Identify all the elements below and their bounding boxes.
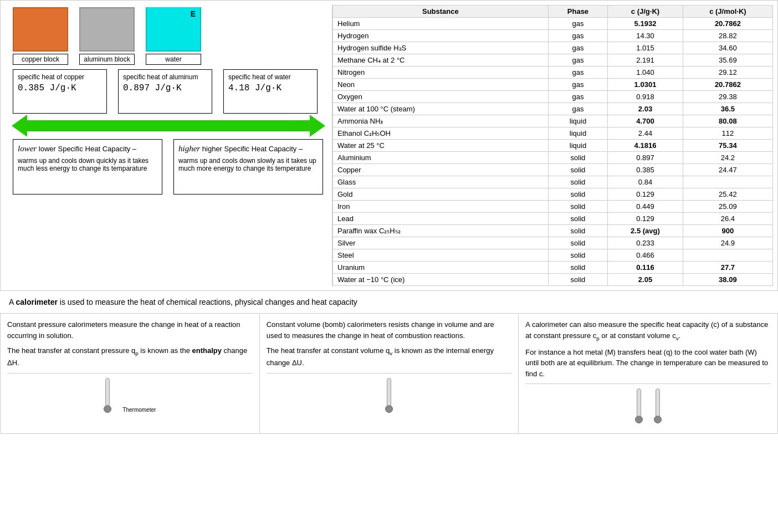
table-cell: 25.09 [683,201,772,213]
copper-block-visual [13,7,68,52]
table-cell: gas [548,79,608,91]
therm-bulb-4 [654,416,662,423]
blocks-row: copper block aluminum block water [7,7,330,65]
table-cell: 38.09 [683,274,772,286]
table-cell: gas [548,18,608,30]
cal-col3-p2: For instance a hot metal (M) transfers h… [525,347,771,380]
table-cell: 29.12 [683,66,772,79]
calorimeter-bold: calorimeter [16,298,57,306]
table-cell: solid [548,249,608,262]
table-cell: 4.1816 [608,140,683,152]
table-cell: Paraffin wax C₂₅H₅₂ [333,225,549,237]
table-cell: gas [548,66,608,79]
table-cell: 0.129 [608,188,683,201]
table-row: Nitrogengas1.04029.12 [333,66,773,79]
col-c-jmolk: c (J/mol·K) [683,6,772,18]
table-cell: 20.7862 [683,79,772,91]
table-row: Leadsolid0.12926.4 [333,213,773,225]
table-cell: Nitrogen [333,66,549,79]
table-row: Silversolid0.23324.9 [333,237,773,249]
table-cell: 28.82 [683,30,772,42]
therm-tube-3 [637,388,641,416]
aluminum-block-item: aluminum block [79,7,135,65]
water-label: water [146,54,201,65]
table-row: Aluminiumsolid0.89724.2 [333,152,773,164]
table-cell: 24.2 [683,152,772,164]
table-cell: liquid [548,115,608,127]
therm-tube-4 [656,388,660,416]
lower-italic: lower [18,144,37,153]
table-row: Water at 25 °Cliquid4.181675.34 [333,140,773,152]
table-row: Ironsolid0.44925.09 [333,201,773,213]
higher-capacity-box: higher higher Specific Heat Capacity – w… [173,139,323,195]
table-cell: Aluminium [333,152,549,164]
cal-col1-p1: Constant pressure calorimeters measure t… [7,319,253,341]
table-cell: Silver [333,237,549,249]
table-cell: 5.1932 [608,18,683,30]
table-row: Ethanol C₂H₅OHliquid2.44112 [333,127,773,140]
table-row: Goldsolid0.12925.42 [333,188,773,201]
table-cell: 0.918 [608,91,683,103]
table-cell [683,249,772,262]
table-cell: Water at 100 °C (steam) [333,103,549,115]
aluminum-block-visual [79,7,135,52]
arrow-row [7,118,330,134]
table-cell: Ethanol C₂H₅OH [333,127,549,140]
table-row: Glasssolid0.84 [333,176,773,188]
top-section: copper block aluminum block water specif… [0,0,778,291]
table-cell: gas [548,103,608,115]
table-header-row: Substance Phase c (J/g·K) c (J/mol·K) [333,6,773,18]
table-cell: 35.69 [683,54,772,66]
table-cell: 4.700 [608,115,683,127]
table-cell: solid [548,274,608,286]
table-cell: 1.040 [608,66,683,79]
table-cell: solid [548,237,608,249]
green-arrow [13,118,324,134]
table-cell: Hydrogen sulfide H₂S [333,42,549,54]
aluminum-block-label: aluminum block [79,54,135,65]
water-sh-title: specific heat of water [228,73,313,81]
higher-cap-text: higher Specific Heat Capacity – [202,145,303,153]
copper-sh-title: specific heat of copper [18,73,102,81]
table-cell: 14.30 [608,30,683,42]
table-row: Ammonia NH₃liquid4.70080.08 [333,115,773,127]
calorimeter-intro: A calorimeter is used to measure the hea… [0,291,778,314]
table-cell: 27.7 [683,262,772,274]
table-cell: Water at 25 °C [333,140,549,152]
table-cell: liquid [548,140,608,152]
table-cell: Helium [333,18,549,30]
table-cell: solid [548,176,608,188]
table-cell: 112 [683,127,772,140]
table-cell: Water at −10 °C (ice) [333,274,549,286]
table-cell: 0.466 [608,249,683,262]
table-cell: 1.0301 [608,79,683,91]
cal-col-1: Constant pressure calorimeters measure t… [1,314,260,433]
col-substance: Substance [333,6,549,18]
table-cell: solid [548,164,608,176]
table-cell: gas [548,91,608,103]
higher-cap-title: higher higher Specific Heat Capacity – [178,144,318,154]
lower-cap-body: warms up and cools down quickly as it ta… [18,157,157,172]
aluminum-sh-title: specific heat of aluminum [123,73,207,81]
thermometer-row-2 [267,373,512,417]
left-panel: copper block aluminum block water specif… [5,5,332,286]
thermometer-row-3 [525,383,771,428]
table-cell: Hydrogen [333,30,549,42]
table-cell: 0.449 [608,201,683,213]
table-row: Coppersolid0.38524.47 [333,164,773,176]
therm-label-1: Thermometer [122,407,156,413]
table-cell: 0.84 [608,176,683,188]
bottom-section: Constant pressure calorimeters measure t… [0,314,778,434]
table-row: Steelsolid0.466 [333,249,773,262]
table-row: Oxygengas0.91829.38 [333,91,773,103]
lower-cap-text: lower Specific Heat Capacity – [39,145,136,153]
table-cell: 80.08 [683,115,772,127]
table-row: Neongas1.030120.7862 [333,79,773,91]
table-cell: 24.9 [683,237,772,249]
table-row: Hydrogengas14.3028.82 [333,30,773,42]
capacity-boxes: lower lower Specific Heat Capacity – war… [7,139,330,195]
table-cell: gas [548,54,608,66]
table-cell: Gold [333,188,549,201]
table-row: Water at 100 °C (steam)gas2.0336.5 [333,103,773,115]
arrow-body [27,120,310,131]
